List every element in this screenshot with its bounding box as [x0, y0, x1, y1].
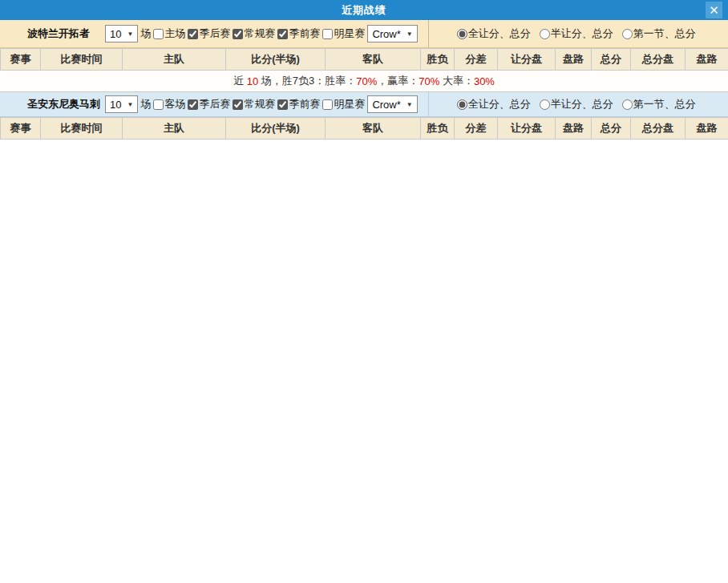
radio-label: 半让分、总分: [551, 26, 613, 41]
filter-checkbox-季前赛[interactable]: 季前赛: [275, 26, 320, 41]
radio-input[interactable]: [457, 29, 467, 39]
radio-input[interactable]: [622, 99, 633, 110]
column-header: 分差: [455, 118, 498, 140]
column-header: 主队: [123, 118, 226, 140]
filter-radio-第一节、总分[interactable]: 第一节、总分: [620, 97, 696, 111]
column-header: 赛事: [1, 118, 41, 140]
radio-label: 半让分、总分: [551, 97, 613, 111]
games-count-select[interactable]: 10 ▼: [105, 95, 138, 113]
checkbox-input[interactable]: [233, 29, 243, 39]
radio-input[interactable]: [540, 99, 550, 110]
filter-checkbox-明星赛[interactable]: 明星赛: [320, 97, 365, 111]
summary-stat-value: 30%: [474, 75, 495, 87]
team-name: 圣安东尼奥马刺: [27, 97, 103, 111]
checkbox-input[interactable]: [188, 29, 198, 39]
filter-bar: 波特兰开拓者 10 ▼ 场 主场季后赛常规赛季前赛明星赛 Crow* ▼ 全让分…: [0, 20, 728, 48]
radio-label: 全让分、总分: [468, 97, 531, 111]
games-suffix-label: 场: [140, 26, 151, 41]
column-header: 总分盘: [631, 49, 686, 71]
radio-label: 全让分、总分: [468, 26, 531, 41]
table-header-row: 赛事比赛时间主队比分(半场)客队胜负分差让分盘盘路总分总分盘盘路: [1, 118, 728, 140]
company-select[interactable]: Crow* ▼: [367, 95, 417, 113]
filter-radio-全让分、总分[interactable]: 全让分、总分: [455, 97, 531, 111]
close-button[interactable]: ✕: [706, 2, 722, 18]
checkbox-input[interactable]: [153, 29, 164, 39]
column-header: 比分(半场): [226, 49, 326, 71]
column-header: 总分盘: [631, 118, 686, 140]
column-header: 让分盘: [498, 118, 556, 140]
column-header: 总分: [592, 118, 631, 140]
filter-checkbox-季前赛[interactable]: 季前赛: [275, 97, 320, 111]
column-header: 让分盘: [498, 49, 556, 71]
summary-stat-value: 70%: [419, 75, 439, 87]
chevron-down-icon: ▼: [127, 101, 133, 108]
filter-checkboxes: 主场季后赛常规赛季前赛明星赛: [151, 26, 365, 41]
column-header: 盘路: [556, 49, 592, 71]
filter-radios: 全让分、总分半让分、总分第一节、总分: [429, 97, 728, 111]
radio-label: 第一节、总分: [633, 26, 696, 41]
checkbox-input[interactable]: [233, 99, 243, 110]
filter-checkbox-季后赛[interactable]: 季后赛: [185, 26, 230, 41]
column-header: 胜负: [421, 118, 455, 140]
column-header: 赛事: [1, 49, 41, 71]
filter-radio-全让分、总分[interactable]: 全让分、总分: [455, 26, 531, 41]
filter-radio-第一节、总分[interactable]: 第一节、总分: [620, 26, 696, 41]
summary-text: 近: [233, 74, 247, 88]
column-header: 客队: [326, 118, 421, 140]
company-value: Crow*: [372, 99, 400, 111]
checkbox-input[interactable]: [277, 29, 288, 39]
column-header: 盘路: [556, 118, 592, 140]
summary-stat-value: 70%: [356, 75, 377, 87]
column-header: 客队: [326, 49, 421, 71]
filter-radio-半让分、总分[interactable]: 半让分、总分: [537, 26, 613, 41]
checkbox-input[interactable]: [153, 99, 164, 110]
summary-stat-value: 10: [247, 75, 258, 87]
checkbox-input[interactable]: [322, 29, 333, 39]
games-suffix-label: 场: [140, 97, 151, 111]
checkbox-input[interactable]: [277, 99, 288, 110]
column-header: 盘路: [686, 118, 728, 140]
team-section: 圣安东尼奥马刺 10 ▼ 场 客场季后赛常规赛季前赛明星赛 Crow* ▼ 全让…: [0, 92, 728, 140]
radio-input[interactable]: [457, 99, 467, 110]
filter-checkbox-常规赛[interactable]: 常规赛: [230, 97, 275, 111]
checkbox-label: 季前赛: [289, 26, 320, 41]
chevron-down-icon: ▼: [406, 101, 413, 108]
popup-title: 近期战绩: [342, 3, 386, 18]
checkbox-label: 季后赛: [199, 26, 230, 41]
filter-radio-半让分、总分[interactable]: 半让分、总分: [537, 97, 613, 111]
column-header: 盘路: [686, 49, 728, 71]
table-header-row: 赛事比赛时间主队比分(半场)客队胜负分差让分盘盘路总分总分盘盘路: [1, 49, 728, 71]
sections-container: 波特兰开拓者 10 ▼ 场 主场季后赛常规赛季前赛明星赛 Crow* ▼ 全让分…: [0, 20, 728, 140]
games-count-select[interactable]: 10 ▼: [105, 25, 138, 43]
column-header: 比分(半场): [226, 118, 326, 140]
column-header: 胜负: [421, 49, 455, 71]
filter-checkbox-常规赛[interactable]: 常规赛: [230, 26, 275, 41]
checkbox-label: 明星赛: [334, 97, 365, 111]
checkbox-input[interactable]: [188, 99, 198, 110]
filter-checkbox-明星赛[interactable]: 明星赛: [320, 26, 365, 41]
checkbox-label: 主场: [164, 26, 185, 41]
column-header: 总分: [592, 49, 631, 71]
recent-results-popup: 近期战绩 ✕ 波特兰开拓者 10 ▼ 场 主场季后赛常规赛季前赛明星赛 Crow…: [0, 0, 728, 140]
summary-text: 大率：: [439, 74, 474, 88]
games-count-value: 10: [110, 28, 121, 40]
radio-input[interactable]: [540, 29, 550, 39]
column-header: 比赛时间: [41, 49, 123, 71]
chevron-down-icon: ▼: [406, 30, 413, 38]
filter-checkbox-主场[interactable]: 主场: [151, 26, 185, 41]
checkbox-label: 常规赛: [244, 97, 275, 111]
team-section: 波特兰开拓者 10 ▼ 场 主场季后赛常规赛季前赛明星赛 Crow* ▼ 全让分…: [0, 20, 728, 92]
team-name: 波特兰开拓者: [27, 26, 103, 41]
radio-input[interactable]: [622, 29, 633, 39]
filter-radios: 全让分、总分半让分、总分第一节、总分: [429, 26, 728, 41]
column-header: 分差: [455, 49, 498, 71]
checkbox-label: 季后赛: [199, 97, 230, 111]
filter-checkbox-季后赛[interactable]: 季后赛: [185, 97, 230, 111]
close-icon: ✕: [709, 3, 719, 18]
company-select[interactable]: Crow* ▼: [367, 25, 417, 43]
filter-checkboxes: 客场季后赛常规赛季前赛明星赛: [151, 97, 365, 111]
results-table: 赛事比赛时间主队比分(半场)客队胜负分差让分盘盘路总分总分盘盘路: [0, 117, 728, 140]
filter-checkbox-客场[interactable]: 客场: [151, 97, 185, 111]
summary-bar: 近 10 场，胜7负3：胜率：70%，赢率：70% 大率：30%: [0, 71, 728, 92]
checkbox-input[interactable]: [322, 99, 333, 110]
